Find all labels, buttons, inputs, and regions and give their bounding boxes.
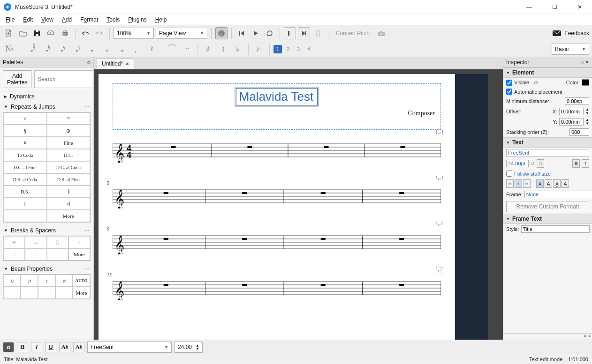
staff-system[interactable]: ↵𝄞44 [113,139,441,163]
dot-button[interactable]: . [129,43,142,55]
section-breaks[interactable]: ▼ Breaks & Spacers ⋯ [0,225,93,236]
section-beams[interactable]: ▼ Beam Properties ⋯ [0,264,93,274]
repeat-cell[interactable]: D.C. al Fine [3,161,47,173]
repeat-cell[interactable]: Fine [47,137,91,149]
min-distance-input[interactable] [565,97,589,105]
system-break-icon[interactable]: ↵ [436,176,443,182]
font-family-combo[interactable]: FreeSerif▼ [87,342,172,353]
palette-search-input[interactable] [34,70,94,88]
note-input-button[interactable]: N▾ [3,43,16,55]
valign-mid-button[interactable]: A [545,179,552,188]
repeat-cell[interactable]: ⊕ [47,125,91,137]
align-right-button[interactable]: ≡ [523,179,531,188]
break-cell[interactable]: ↓ [68,236,90,248]
maximize-button[interactable]: ☐ [546,4,563,10]
style-s-button[interactable]: S [537,159,544,168]
flip-button[interactable]: ♪↕ [252,43,266,55]
zorder-input[interactable] [569,128,589,136]
duration-quarter[interactable]: 𝅘𝅥 [84,43,97,55]
new-button[interactable] [3,27,15,39]
close-button[interactable]: ✕ [571,4,588,10]
document-tab[interactable]: Untitled* × [97,58,134,69]
save-button[interactable] [31,27,43,39]
repeat-cell[interactable]: 𝄇 [47,198,91,210]
repeat-cell[interactable] [3,210,47,222]
repeat-cell[interactable]: D.S. al Fine [47,173,91,186]
score-title[interactable]: Malavida Test [236,88,318,105]
reset-icon[interactable]: ↺ [531,161,535,167]
title-frame[interactable]: Malavida Test Composer [113,83,441,130]
voice-1[interactable]: 1 [273,45,282,53]
inspector-frametext-section[interactable]: ▼Frame Text [503,214,592,224]
system-break-icon[interactable]: ↵ [436,130,443,136]
duration-half[interactable]: 𝅗𝅥 [99,43,112,55]
italic-button[interactable]: I [31,342,42,352]
break-cell[interactable]: ↑ [3,248,25,260]
loop-button[interactable] [264,27,276,39]
repeat-cell[interactable]: 𝄂 [47,186,91,198]
more-icon[interactable]: ⋯ [84,227,90,234]
subscript-button[interactable]: Ab [59,342,70,352]
play-button[interactable] [250,27,262,39]
more-icon[interactable]: ⋯ [84,266,90,272]
duration-16th[interactable]: 𝅘𝅥𝅯 [54,43,67,55]
follow-staff-checkbox[interactable] [506,171,512,177]
repeat-cell[interactable]: D.C. [47,149,91,161]
inspector-element-section[interactable]: ▼Element [503,67,592,78]
metronome-button[interactable] [312,27,324,39]
print-button[interactable] [59,27,71,39]
break-cell[interactable] [47,248,68,260]
score-composer[interactable]: Composer [117,110,435,117]
menu-plugins[interactable]: Plugins [124,15,150,24]
color-palette-button[interactable] [215,27,228,39]
score-canvas[interactable]: Malavida Test Composer ↵𝄞445↵𝄞9↵𝄞13↵𝄞 [94,69,503,340]
undock-icon[interactable]: ◇ ✕ [581,60,589,65]
repeat-more[interactable]: More [47,210,91,222]
frame-input[interactable] [524,191,592,198]
minimize-button[interactable]: — [521,4,538,10]
align-left-button[interactable]: ≡ [506,179,514,188]
break-more[interactable]: More [68,248,90,260]
beam-cell[interactable]: AUTO [73,275,90,287]
loop-out-button[interactable] [298,27,310,39]
visible-checkbox[interactable] [506,80,512,86]
bold-button[interactable]: B [17,342,28,352]
view-combo[interactable]: Page View▼ [156,28,207,39]
color-swatch[interactable] [582,79,589,86]
tie-button[interactable]: ⁀ [165,43,178,55]
valign-bottom-button[interactable]: A [562,179,569,188]
open-button[interactable] [17,27,29,39]
repeat-cell[interactable]: 𝄋 [3,137,47,149]
flat-button[interactable]: ♭ [231,43,244,55]
repeat-cell[interactable]: D.C. al Coda [47,161,91,173]
concert-pitch-button[interactable]: Concert Pitch [336,30,370,37]
redo-button[interactable] [93,27,106,39]
underline-button[interactable]: U [45,342,56,352]
break-cell[interactable]: ⌷ [47,236,68,248]
font-size-combo[interactable]: 24.00▲▼ [175,342,203,353]
staff-system[interactable]: 5↵𝄞 [113,185,441,208]
beam-cell[interactable]: ♪ [38,275,55,287]
repeat-cell[interactable]: 𝄉 [47,112,91,125]
break-cell[interactable]: ↵ [3,236,25,248]
offset-y-input[interactable] [559,118,584,126]
repeat-cell[interactable]: D.S. al Coda [3,173,47,186]
duration-32nd[interactable]: 𝅘𝅥𝅰 [39,43,52,55]
system-break-icon[interactable]: ↵ [436,267,443,274]
duration-64th[interactable]: 𝅘𝅥𝅱 [24,43,37,55]
section-dynamics[interactable]: ▶ Dynamics [0,91,93,102]
beam-cell[interactable] [55,287,73,299]
voice-4[interactable]: 4 [304,45,313,53]
undo-button[interactable] [79,27,91,39]
staff-system[interactable]: 9↵𝄞 [113,231,441,254]
bold-button[interactable]: B [572,159,580,168]
break-cell[interactable]: ↕ [25,248,46,260]
repeat-cell[interactable]: D.S. [3,186,47,198]
duration-whole[interactable]: 𝅝 [114,43,127,55]
menu-help[interactable]: Help [152,15,171,24]
beam-cell[interactable]: ♬ [21,275,38,287]
duration-8th[interactable]: 𝅘𝅥𝅮 [69,43,82,55]
sharp-button[interactable]: ♯ [201,43,214,55]
voice-3[interactable]: 3 [294,45,303,53]
spinner-icon[interactable]: ▲▼ [585,108,589,115]
